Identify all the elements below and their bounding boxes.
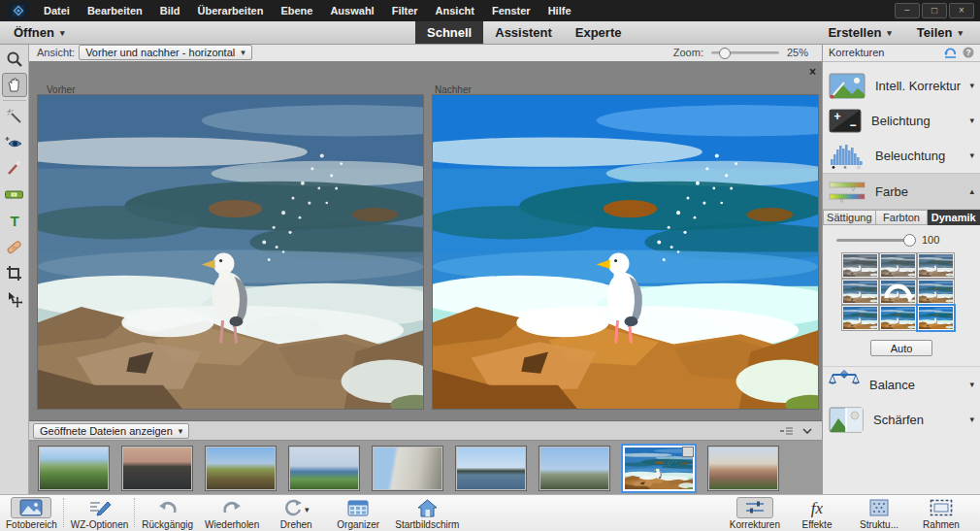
thumbnail-church[interactable] [708,447,778,490]
tab-experte[interactable]: Experte [564,21,634,44]
chevron-down-icon[interactable]: ▾ [305,505,310,514]
variation-cell[interactable] [842,306,878,330]
minimize-button[interactable]: − [895,3,920,18]
menu-ueberarbeiten[interactable]: Überarbeiten [189,0,273,21]
menu-ebene[interactable]: Ebene [272,0,321,21]
window-controls: − □ × [895,3,974,18]
auto-button[interactable]: Auto [870,340,932,356]
taskbar-wiederholen[interactable]: Wiederholen [199,495,265,530]
straighten-tool[interactable] [2,183,27,207]
menu-auswahl[interactable]: Auswahl [321,0,382,21]
adjustments-sliders-icon [745,499,765,516]
menu-bar: Datei Bearbeiten Bild Überarbeiten Ebene… [0,0,980,21]
thumbnail-lake-hills[interactable] [289,447,359,490]
chevron-down-icon[interactable]: ▾ [969,380,974,389]
taskbar-korrekturen[interactable]: Korrekturen [724,495,786,530]
taskbar-effekte[interactable]: fx Effekte [786,495,848,530]
share-button[interactable]: Teilen ▾ [917,25,963,40]
bin-menu-icon[interactable] [780,426,793,436]
variation-cell[interactable] [842,280,878,304]
menu-bild[interactable]: Bild [151,0,189,21]
chevron-down-icon: ▾ [958,28,963,38]
tab-saettigung[interactable]: Sättigung [823,210,876,225]
crop-icon [6,265,22,282]
thumbnail-dusk-lake[interactable] [122,447,192,490]
section-label: Beleuchtung [875,149,945,163]
spot-healing-tool[interactable] [2,235,27,259]
section-lighting[interactable]: Beleuchtung ▾ [823,138,980,173]
menu-ansicht[interactable]: Ansicht [427,0,483,21]
chevron-down-icon[interactable]: ▾ [969,116,974,125]
chevron-down-icon[interactable]: ▾ [969,150,974,160]
whiten-teeth-tool[interactable] [2,156,27,181]
help-icon[interactable]: ? [963,47,974,58]
zoom-tool[interactable] [2,47,27,71]
thumbnail-countryside[interactable] [206,447,276,490]
variation-cell[interactable] [880,253,916,278]
variation-cell-reset[interactable] [880,280,916,304]
open-button[interactable]: Öffnen ▾ [14,25,64,40]
taskbar-label: Effekte [802,519,833,530]
tab-dynamik[interactable]: Dynamik [928,210,980,225]
taskbar-fotobereich[interactable]: Fotobereich [0,495,63,530]
taskbar-rahmen[interactable]: Rahmen [910,495,972,530]
tab-schnell[interactable]: Schnell [415,21,483,44]
create-button[interactable]: Erstellen ▾ [828,25,891,40]
thumbnail-mountain-ridge[interactable] [539,447,609,490]
close-button[interactable]: × [949,3,974,18]
section-color[interactable]: Farbe ▴ [823,173,980,210]
variation-cell[interactable] [880,306,916,330]
zoom-label: Zoom: [673,47,703,58]
zoom-slider-thumb[interactable] [719,48,731,59]
type-tool[interactable]: T [2,209,27,233]
thumbnail-el-capitan-cliff[interactable] [373,447,442,490]
taskbar-strukturen[interactable]: Struktu... [848,495,910,530]
variation-cell[interactable] [918,253,954,278]
menu-fenster[interactable]: Fenster [483,0,539,21]
taskbar-organizer[interactable]: Organizer [327,495,389,530]
section-sharpen[interactable]: Schärfen ▾ [823,402,980,437]
view-mode-dropdown[interactable]: Vorher und nachher - horizontal ▾ [79,45,252,60]
chevron-down-icon[interactable]: ▾ [969,415,974,424]
menu-filter[interactable]: Filter [383,0,427,21]
taskbar-wz-optionen[interactable]: WZ-Optionen [65,495,134,530]
open-files-dropdown[interactable]: Geöffnete Dateien anzeigen ▾ [33,423,189,439]
tab-assistent[interactable]: Assistent [483,21,564,44]
hand-tool[interactable] [2,73,27,97]
panel-title: Korrekturen [829,47,884,58]
red-eye-tool[interactable] [2,130,27,154]
chevron-down-icon[interactable]: ▾ [969,81,974,90]
crop-tool[interactable] [2,261,27,285]
reset-arc-icon [881,281,915,303]
thumbnail-island[interactable] [456,447,526,490]
variation-cell[interactable] [842,253,878,278]
thumbnail-seagull-selected[interactable] [623,446,695,491]
variation-cell-selected[interactable] [918,306,954,330]
maximize-button[interactable]: □ [922,3,947,18]
quick-selection-tool[interactable] [2,104,27,128]
vibrance-slider-thumb[interactable] [903,234,916,247]
collapse-bin-icon[interactable] [802,428,812,434]
exposure-icon: + − [829,109,862,133]
section-intelligent-fix[interactable]: Intell. Korrektur ▾ [823,68,980,103]
taskbar-startbildschirm[interactable]: Startbildschirm [389,495,465,530]
reset-icon[interactable] [943,47,958,58]
chevron-down-icon: ▾ [241,48,245,57]
section-balance[interactable]: Balance ▾ [823,367,980,402]
section-exposure[interactable]: + − Belichtung ▾ [823,103,980,138]
menu-bearbeiten[interactable]: Bearbeiten [79,0,151,21]
chevron-up-icon[interactable]: ▴ [969,186,974,196]
taskbar-drehen[interactable]: ▾ Drehen [265,495,327,530]
menu-hilfe[interactable]: Hilfe [539,0,580,21]
zoom-slider[interactable] [711,51,779,54]
close-view-icon[interactable]: × [809,67,816,77]
variation-cell[interactable] [918,280,954,304]
move-tool[interactable] [2,287,27,312]
taskbar-rueckgaengig[interactable]: Rückgängig [136,495,199,530]
rotate-icon [283,498,303,516]
tab-farbton[interactable]: Farbton [876,210,929,225]
menu-datei[interactable]: Datei [35,0,79,21]
thumbnail-green-valley[interactable] [39,447,109,490]
options-bar: Ansicht: Vorher und nachher - horizontal… [29,44,822,62]
vibrance-slider[interactable] [836,239,912,242]
